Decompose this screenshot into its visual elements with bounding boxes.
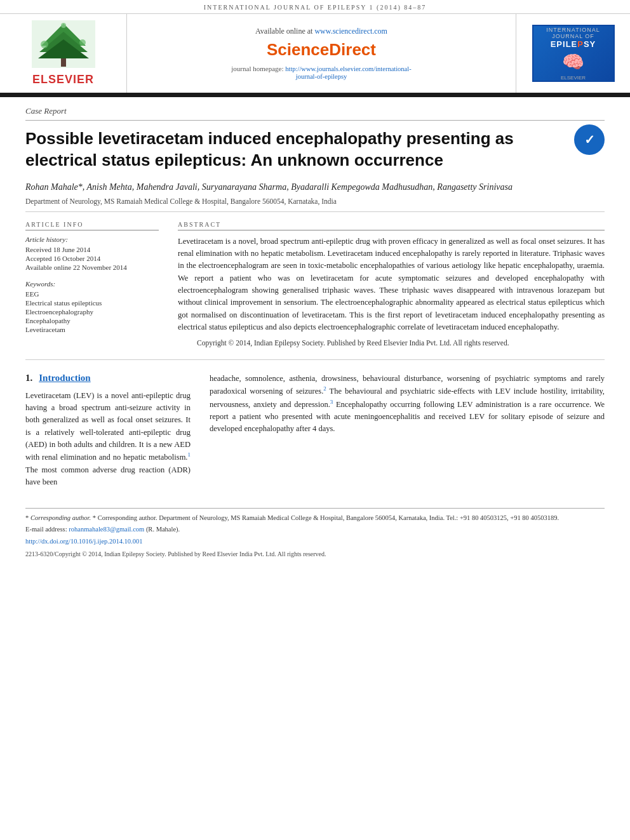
abstract-column: ABSTRACT Levetiracetam is a novel, broad… bbox=[178, 221, 605, 347]
intro-number: 1. bbox=[25, 373, 32, 383]
elsevier-logo-section: ELSEVIER bbox=[0, 14, 127, 93]
article-title: Possible levetiracetam induced encephalo… bbox=[25, 128, 561, 171]
crossmark-badge[interactable]: ✓ bbox=[574, 124, 605, 155]
header-center: Available online at www.sciencedirect.co… bbox=[127, 14, 516, 93]
article-history-block: Article history: Received 18 June 2014 A… bbox=[25, 236, 159, 271]
epilepsy-logo-section: INTERNATIONAL JOURNAL OF EPILEPSY 🧠 ELSE… bbox=[516, 14, 630, 93]
intro-left-column: 1. Introduction Levetiracetam (LEV) is a… bbox=[25, 373, 191, 489]
intro-title: Introduction bbox=[39, 373, 90, 383]
header-section: ELSEVIER Available online at www.science… bbox=[0, 14, 630, 95]
svg-point-6 bbox=[79, 39, 86, 46]
keyword-electrical-status: Electrical status epilepticus bbox=[25, 299, 159, 307]
footer-copyright: 2213-6320/Copyright © 2014, Indian Epile… bbox=[25, 550, 605, 557]
page: INTERNATIONAL JOURNAL OF EPILEPSY 1 (201… bbox=[0, 0, 630, 840]
intro-divider bbox=[25, 359, 605, 360]
abstract-copyright: Copyright © 2014, Indian Epilepsy Societ… bbox=[178, 339, 605, 347]
article-info-header: ARTICLE INFO bbox=[25, 221, 159, 230]
svg-point-5 bbox=[41, 41, 48, 48]
svg-point-7 bbox=[61, 23, 66, 28]
intro-text-right: headache, somnolence, asthenia, drowsine… bbox=[210, 373, 605, 436]
keywords-label: Keywords: bbox=[25, 280, 159, 288]
journal-homepage-link[interactable]: http://www.journals.elsevier.com/interna… bbox=[285, 65, 411, 80]
affiliation-text: Department of Neurology, MS Ramaiah Medi… bbox=[25, 197, 605, 212]
accepted-date: Accepted 16 October 2014 bbox=[25, 255, 159, 262]
abstract-header: ABSTRACT bbox=[178, 221, 605, 230]
footer-notes: * Corresponding author. * Corresponding … bbox=[25, 508, 605, 557]
elsevier-tree-icon bbox=[32, 20, 95, 68]
elsevier-logo: ELSEVIER bbox=[32, 20, 95, 86]
article-info-column: ARTICLE INFO Article history: Received 1… bbox=[25, 221, 159, 347]
brain-icon: 🧠 bbox=[562, 51, 584, 72]
introduction-section: 1. Introduction Levetiracetam (LEV) is a… bbox=[25, 373, 605, 489]
doi-link[interactable]: http://dx.doi.org/10.1016/j.ijep.2014.10… bbox=[25, 538, 142, 545]
keyword-levetiracetam: Levetiracetam bbox=[25, 326, 159, 333]
available-online-date: Available online 22 November 2014 bbox=[25, 263, 159, 271]
keywords-block: Keywords: EEG Electrical status epilepti… bbox=[25, 280, 159, 333]
elsevier-brand-text: ELSEVIER bbox=[32, 73, 95, 86]
sciencedirect-url-link[interactable]: www.sciencedirect.com bbox=[314, 27, 387, 36]
epilepsy-logo-text: EPILEPSY bbox=[551, 39, 596, 49]
email-note: E-mail address: rohanmahale83@gmail.com … bbox=[25, 525, 605, 535]
journal-title: INTERNATIONAL JOURNAL OF EPILEPSY 1 (201… bbox=[204, 4, 426, 11]
keyword-eeg: EEG bbox=[25, 290, 159, 298]
available-online-text: Available online at www.sciencedirect.co… bbox=[255, 27, 387, 36]
intro-text-left: Levetiracetam (LEV) is a novel anti-epil… bbox=[25, 390, 191, 489]
authors-list: Rohan Mahale*, Anish Mehta, Mahendra Jav… bbox=[25, 180, 605, 194]
main-content: Case Report Possible levetiracetam induc… bbox=[0, 97, 630, 557]
abstract-body: Levetiracetam is a novel, broad spectrum… bbox=[178, 236, 605, 334]
epilepsy-journal-logo: INTERNATIONAL JOURNAL OF EPILEPSY 🧠 ELSE… bbox=[532, 25, 615, 82]
article-info-abstract-section: ARTICLE INFO Article history: Received 1… bbox=[25, 221, 605, 347]
article-type-label: Case Report bbox=[25, 97, 605, 121]
received-date: Received 18 June 2014 bbox=[25, 246, 159, 253]
keyword-encephalopathy: Encephalopathy bbox=[25, 317, 159, 324]
keyword-electroencephalography: Electroencephalography bbox=[25, 308, 159, 316]
doi-note: http://dx.doi.org/10.1016/j.ijep.2014.10… bbox=[25, 537, 605, 547]
sciencedirect-brand: ScienceDirect bbox=[267, 40, 376, 60]
intro-heading: 1. Introduction bbox=[25, 373, 191, 383]
email-link[interactable]: rohanmahale83@gmail.com bbox=[69, 526, 144, 533]
journal-homepage-label: journal homepage: http://www.journals.el… bbox=[231, 65, 411, 80]
corresponding-author-note: * Corresponding author. * Corresponding … bbox=[25, 514, 605, 523]
intro-right-column: headache, somnolence, asthenia, drowsine… bbox=[210, 373, 605, 489]
journal-bar: INTERNATIONAL JOURNAL OF EPILEPSY 1 (201… bbox=[0, 0, 630, 14]
history-label: Article history: bbox=[25, 236, 159, 243]
title-section: Possible levetiracetam induced encephalo… bbox=[25, 121, 605, 180]
